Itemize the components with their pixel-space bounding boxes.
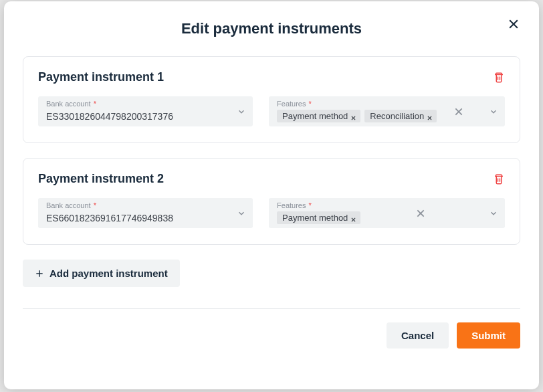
field-label: Bank account* [46, 201, 96, 209]
chevron-down-icon [237, 107, 246, 116]
clear-icon[interactable] [453, 106, 464, 117]
edit-payment-instruments-modal: Edit payment instruments Payment instrum… [4, 1, 539, 389]
card-title: Payment instrument 2 [38, 172, 164, 186]
field-label: Features* [277, 100, 312, 108]
chevron-down-icon [489, 107, 498, 116]
payment-instrument-card: Payment instrument 1 Bank account* ES330… [23, 56, 520, 143]
card-header: Payment instrument 2 [38, 172, 505, 186]
bank-account-select[interactable]: Bank account* ES3301826044798200317376 [38, 96, 253, 126]
chevron-down-icon [237, 209, 246, 218]
features-select[interactable]: Features* Payment method [269, 198, 505, 228]
close-icon[interactable] [507, 17, 520, 31]
bank-account-select[interactable]: Bank account* ES6601823691617746949838 [38, 198, 253, 228]
feature-tag: Reconciliation [364, 110, 437, 122]
field-row: Bank account* ES3301826044798200317376 F… [38, 96, 505, 126]
feature-tag: Payment method [277, 110, 360, 122]
card-header: Payment instrument 1 [38, 70, 505, 84]
plus-icon [35, 269, 44, 278]
features-select[interactable]: Features* Payment method Reconciliation [269, 96, 505, 126]
remove-tag-icon[interactable] [350, 215, 356, 221]
field-label: Bank account* [46, 100, 96, 108]
field-row: Bank account* ES6601823691617746949838 F… [38, 198, 505, 228]
field-label: Features* [277, 201, 312, 209]
add-payment-instrument-button[interactable]: Add payment instrument [23, 260, 180, 287]
trash-icon[interactable] [493, 72, 505, 84]
chevron-down-icon [489, 209, 498, 218]
cancel-button[interactable]: Cancel [387, 322, 449, 349]
trash-icon[interactable] [493, 173, 505, 185]
modal-title: Edit payment instruments [23, 20, 520, 37]
card-title: Payment instrument 1 [38, 70, 164, 84]
modal-footer: Cancel Submit [23, 308, 520, 349]
payment-instrument-card: Payment instrument 2 Bank account* ES660… [23, 158, 520, 245]
remove-tag-icon[interactable] [350, 113, 356, 119]
submit-button[interactable]: Submit [457, 322, 520, 349]
clear-icon[interactable] [415, 208, 426, 219]
remove-tag-icon[interactable] [427, 113, 433, 119]
feature-tag: Payment method [277, 211, 360, 224]
